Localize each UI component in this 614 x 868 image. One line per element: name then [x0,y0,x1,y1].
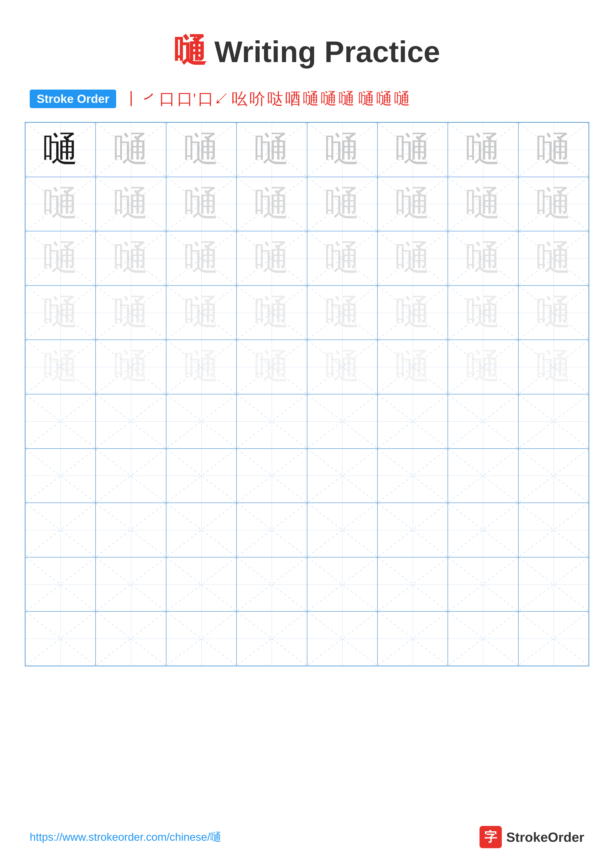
grid-cell-r1c7: 嗵 [448,122,518,177]
svg-line-131 [96,558,166,611]
grid-cell-r8c1[interactable] [25,503,96,557]
svg-line-95 [519,394,589,448]
svg-line-149 [166,612,236,666]
grid-cell-r6c2[interactable] [96,394,166,449]
svg-line-87 [237,394,307,448]
stroke-7: 吤 [249,88,265,110]
char-r2c3: 嗵 [184,186,219,221]
grid-cell-r6c7[interactable] [448,394,518,449]
svg-line-109 [448,449,518,503]
grid-cell-r7c3[interactable] [166,449,236,503]
grid-cell-r1c6: 嗵 [378,122,448,177]
svg-line-96 [25,449,95,503]
grid-cell-r10c5[interactable] [307,611,378,666]
grid-cell-r6c3[interactable] [166,394,236,449]
svg-line-89 [307,394,377,448]
svg-line-116 [166,503,236,557]
footer-logo-text: StrokeOrder [506,829,584,845]
char-r3c7: 嗵 [466,241,500,276]
grid-cell-r8c3[interactable] [166,503,236,557]
svg-line-83 [96,394,166,448]
grid-cell-r7c8[interactable] [518,449,589,503]
grid-cell-r1c3: 嗵 [166,122,236,177]
grid-cell-r8c8[interactable] [518,503,589,557]
char-r2c5: 嗵 [325,186,360,221]
svg-line-126 [519,503,589,557]
grid-cell-r10c2[interactable] [96,611,166,666]
char-r4c7: 嗵 [466,295,500,330]
grid-cell-r7c2[interactable] [96,449,166,503]
grid-cell-r9c5[interactable] [307,557,378,612]
char-r3c6: 嗵 [395,241,430,276]
grid-cell-r9c1[interactable] [25,557,96,612]
grid-cell-r9c3[interactable] [166,557,236,612]
svg-line-123 [378,503,448,557]
svg-line-93 [448,394,518,448]
grid-cell-r6c5[interactable] [307,394,378,449]
svg-line-91 [378,394,448,448]
char-r2c2: 嗵 [114,186,148,221]
char-r5c7: 嗵 [466,350,500,384]
grid-cell-r8c5[interactable] [307,503,378,557]
grid-cell-r9c4[interactable] [236,557,307,612]
grid-cell-r2c3: 嗵 [166,177,236,231]
grid-cell-r7c5[interactable] [307,449,378,503]
char-r1c2: 嗵 [114,132,148,167]
char-r4c3: 嗵 [184,295,219,330]
svg-line-84 [166,394,236,448]
grid-cell-r6c4[interactable] [236,394,307,449]
grid-cell-r7c6[interactable] [378,449,448,503]
grid-cell-r7c4[interactable] [236,449,307,503]
grid-cell-r5c5: 嗵 [307,340,378,394]
grid-cell-r10c7[interactable] [448,611,518,666]
grid-cell-r9c7[interactable] [448,557,518,612]
grid-cell-r8c7[interactable] [448,503,518,557]
grid-cell-r6c6[interactable] [378,394,448,449]
grid-cell-r10c8[interactable] [518,611,589,666]
grid-cell-r10c3[interactable] [166,611,236,666]
svg-line-144 [25,612,95,666]
char-r1c3: 嗵 [184,132,219,167]
grid-cell-r10c1[interactable] [25,611,96,666]
stroke-15: 嗵 [394,88,410,110]
svg-line-122 [378,503,448,557]
svg-line-154 [378,612,448,666]
stroke-4: 口' [177,88,196,110]
grid-cell-r4c7: 嗵 [448,285,518,340]
grid-cell-r8c2[interactable] [96,503,166,557]
page-title: 嗵 Writing Practice [0,0,614,73]
svg-line-112 [25,503,95,557]
grid-cell-r9c2[interactable] [96,557,166,612]
grid-cell-r7c7[interactable] [448,449,518,503]
grid-cell-r9c8[interactable] [518,557,589,612]
svg-line-141 [448,558,518,611]
char-r2c4: 嗵 [254,186,289,221]
grid-cell-r2c5: 嗵 [307,177,378,231]
grid-cell-r7c1[interactable] [25,449,96,503]
svg-line-132 [166,558,236,611]
char-r5c5: 嗵 [325,350,360,384]
char-r3c2: 嗵 [114,241,148,276]
grid-cell-r3c8: 嗵 [518,231,589,285]
char-r5c1: 嗵 [43,350,78,384]
grid-cell-r10c6[interactable] [378,611,448,666]
grid-cell-r10c4[interactable] [236,611,307,666]
grid-cell-r6c1[interactable] [25,394,96,449]
grid-cell-r8c4[interactable] [236,503,307,557]
svg-line-142 [519,558,589,611]
grid-cell-r3c3: 嗵 [166,231,236,285]
grid-cell-r9c6[interactable] [378,557,448,612]
svg-line-102 [237,449,307,503]
svg-line-146 [96,612,166,666]
grid-cell-r8c6[interactable] [378,503,448,557]
svg-line-139 [378,558,448,611]
stroke-1: 丨 [124,88,140,110]
stroke-9: 唒 [285,88,301,110]
svg-line-147 [96,612,166,666]
grid-cell-r3c4: 嗵 [236,231,307,285]
grid-cell-r5c7: 嗵 [448,340,518,394]
grid-cell-r6c8[interactable] [518,394,589,449]
footer-url-link[interactable]: https://www.strokeorder.com/chinese/嗵 [30,830,221,845]
char-r3c4: 嗵 [254,241,289,276]
char-r3c3: 嗵 [184,241,219,276]
